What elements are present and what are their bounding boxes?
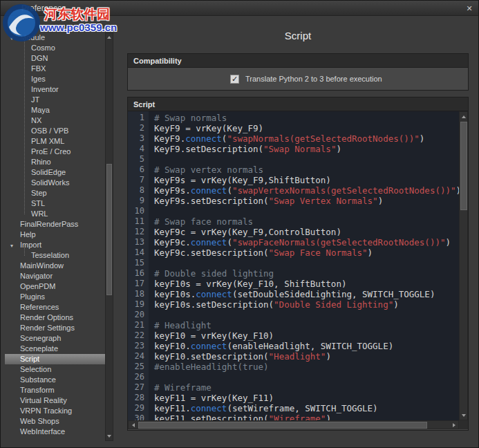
sidebar-item-tesselation[interactable]: Tesselation	[5, 250, 105, 261]
sidebar-item-vrpn-tracking[interactable]: VRPN Tracking	[5, 406, 105, 416]
sidebar-item-label: References	[20, 303, 59, 311]
code-line[interactable]: # Swap vertex normals	[154, 165, 459, 175]
code-line[interactable]: # Swap face normals	[154, 216, 459, 227]
code-line[interactable]: KeyF9 = vrKey(Key_F9)	[154, 123, 459, 133]
scroll-down-icon[interactable]	[460, 411, 468, 420]
sidebar-item-label: Sceneplate	[20, 344, 58, 353]
sidebar-item-label: Transform	[20, 386, 55, 394]
sidebar-item-stl[interactable]: STL	[5, 198, 105, 209]
code-line[interactable]	[154, 372, 459, 382]
sidebar-item-transform[interactable]: Transform	[5, 385, 105, 395]
line-number: 11	[128, 216, 144, 227]
sidebar-item-navigator[interactable]: Navigator	[5, 271, 105, 281]
code-line[interactable]	[154, 258, 459, 268]
sidebar-item-rhino[interactable]: Rhino	[5, 157, 105, 167]
sidebar-item-selection[interactable]: Selection	[5, 364, 105, 375]
sidebar-item-sceneplate[interactable]: Sceneplate	[5, 344, 105, 354]
line-number: 8	[128, 185, 144, 196]
code-line[interactable]: KeyF9s = vrKey(Key_F9,ShiftButton)	[154, 175, 459, 185]
sidebar-item-finalrenderpass[interactable]: FinalRenderPass	[5, 219, 105, 230]
code-line[interactable]: keyF10.connect(enableHeadlight, SWITCH_T…	[154, 341, 459, 351]
code-line[interactable]: keyF10s.setDescription("Double Sided Lig…	[154, 299, 459, 310]
sidebar-item-jt[interactable]: JT	[5, 95, 105, 105]
editor-hscrollbar[interactable]	[128, 420, 459, 429]
sidebar-item-substance[interactable]: Substance	[5, 375, 105, 385]
sidebar-item-solidedge[interactable]: SolidEdge	[5, 167, 105, 178]
title-bar[interactable]: Preferences ✕	[1, 1, 478, 16]
scroll-up-icon[interactable]	[106, 33, 113, 41]
translate-python-label[interactable]: Translate Python 2 to 3 before execution	[245, 75, 382, 83]
sidebar-item-fbx[interactable]: FBX	[5, 64, 105, 74]
code-line[interactable]: keyF11 = vrKey(Key_F11)	[154, 393, 459, 403]
scroll-left-icon[interactable]	[129, 421, 138, 429]
sidebar-item-references[interactable]: References	[5, 302, 105, 312]
sidebar-item-iges[interactable]: Iges	[5, 74, 105, 84]
code-line[interactable]: KeyF9s.setDescription("Swap Vertex Norma…	[154, 196, 459, 206]
sidebar-item-dgn[interactable]: DGN	[5, 53, 105, 64]
code-line[interactable]: keyF11.setDescription("Wireframe")	[154, 413, 459, 420]
sidebar-item-render-options[interactable]: Render Options	[5, 312, 105, 323]
code-line[interactable]: keyF10 = vrKey(Key_F10)	[154, 330, 459, 341]
code-line[interactable]: KeyF9c = vrKey(Key_F9,ControlButton)	[154, 227, 459, 237]
scroll-down-icon[interactable]	[106, 432, 113, 440]
sidebar-item-plm-xml[interactable]: PLM XML	[5, 136, 105, 147]
sidebar-item-render-settings[interactable]: Render Settings	[5, 323, 105, 333]
sidebar-item-scenegraph[interactable]: Scenegraph	[5, 333, 105, 344]
sidebar-item-virtual-reality[interactable]: Virtual Reality	[5, 395, 105, 406]
sidebar-item-step[interactable]: Step	[5, 188, 105, 198]
code-line[interactable]: keyF11.connect(setWireframe, SWITCH_TOGG…	[154, 403, 459, 413]
code-line[interactable]: keyF10s.connect(setDoubleSidedLighting, …	[154, 289, 459, 299]
close-icon[interactable]: ✕	[464, 3, 475, 14]
sidebar-item-solidworks[interactable]: SolidWorks	[5, 178, 105, 188]
sidebar-item-import[interactable]: ▾Import	[5, 240, 105, 250]
code-line[interactable]	[154, 154, 459, 165]
scroll-right-icon[interactable]	[449, 421, 458, 429]
sidebar-item-web-shops[interactable]: Web Shops	[5, 416, 105, 427]
code-line[interactable]: KeyF9s.connect("swapVertexNormals(getSel…	[154, 185, 459, 196]
editor-vscrollbar-thumb[interactable]	[460, 122, 467, 210]
code-line[interactable]: KeyF9.setDescription("Swap Normals")	[154, 144, 459, 154]
sidebar-item-label: Navigator	[20, 272, 53, 280]
code-lines[interactable]: # Swap normalsKeyF9 = vrKey(Key_F9)KeyF9…	[149, 111, 459, 420]
sidebar-item-proe-creo[interactable]: ProE / Creo	[5, 147, 105, 157]
script-editor[interactable]: 1234567891011121314151617181920212223242…	[128, 111, 468, 429]
sidebar-item-openpdm[interactable]: OpenPDM	[5, 281, 105, 292]
editor-hscrollbar-thumb[interactable]	[138, 422, 427, 429]
code-line[interactable]: # Wireframe	[154, 382, 459, 393]
code-line[interactable]: KeyF9c.connect("swapFaceNormals(getSelec…	[154, 237, 459, 248]
sidebar-item-maya[interactable]: Maya	[5, 105, 105, 115]
sidebar-item-label: WRL	[31, 209, 48, 218]
code-line[interactable]: #enableHeadlight(true)	[154, 362, 459, 372]
translate-python-checkbox[interactable]: ✓	[230, 75, 239, 84]
sidebar-item-osb-vpb[interactable]: OSB / VPB	[5, 126, 105, 136]
code-line[interactable]: # Swap normals	[154, 113, 459, 123]
sidebar-item-mainwindow[interactable]: MainWindow	[5, 261, 105, 271]
scroll-up-icon[interactable]	[460, 112, 468, 121]
code-line[interactable]: keyF10.setDescription("Headlight")	[154, 351, 459, 362]
sidebar-item-wrl[interactable]: WRL	[5, 209, 105, 219]
code-line[interactable]: keyF10s = vrKey(Key_F10, ShiftButton)	[154, 279, 459, 289]
sidebar-scrollbar[interactable]	[105, 32, 113, 441]
line-number: 16	[128, 268, 144, 279]
code-line[interactable]: # Double sided lighting	[154, 268, 459, 279]
sidebar-item-cosmo[interactable]: Cosmo	[5, 43, 105, 53]
code-line[interactable]: KeyF9.connect("swapNormals(getSelectedRo…	[154, 133, 459, 144]
expander-icon[interactable]: ▾	[10, 241, 13, 251]
code-line[interactable]	[154, 206, 459, 216]
sidebar-item-script[interactable]: Script	[5, 354, 105, 364]
sidebar-item-plugins[interactable]: Plugins	[5, 292, 105, 302]
code-line[interactable]: KeyF9c.setDescription("Swap Face Normals…	[154, 248, 459, 258]
sidebar-item-label: Script	[20, 355, 39, 363]
code-line[interactable]	[154, 310, 459, 320]
sidebar-scrollbar-thumb[interactable]	[106, 164, 112, 295]
code-line[interactable]: # Headlight	[154, 320, 459, 330]
sidebar-item-label: OSB / VPB	[31, 127, 68, 135]
sidebar-item-label: FBX	[31, 64, 46, 73]
sidebar-item-nx[interactable]: NX	[5, 115, 105, 126]
sidebar-item-webinterface[interactable]: WebInterface	[5, 427, 105, 437]
editor-vscrollbar[interactable]	[459, 111, 468, 420]
sidebar-item-module[interactable]: ▾Module	[5, 32, 105, 43]
expander-icon[interactable]: ▾	[10, 33, 13, 44]
sidebar-item-inventor[interactable]: Inventor	[5, 84, 105, 95]
sidebar-item-help[interactable]: Help	[5, 230, 105, 240]
